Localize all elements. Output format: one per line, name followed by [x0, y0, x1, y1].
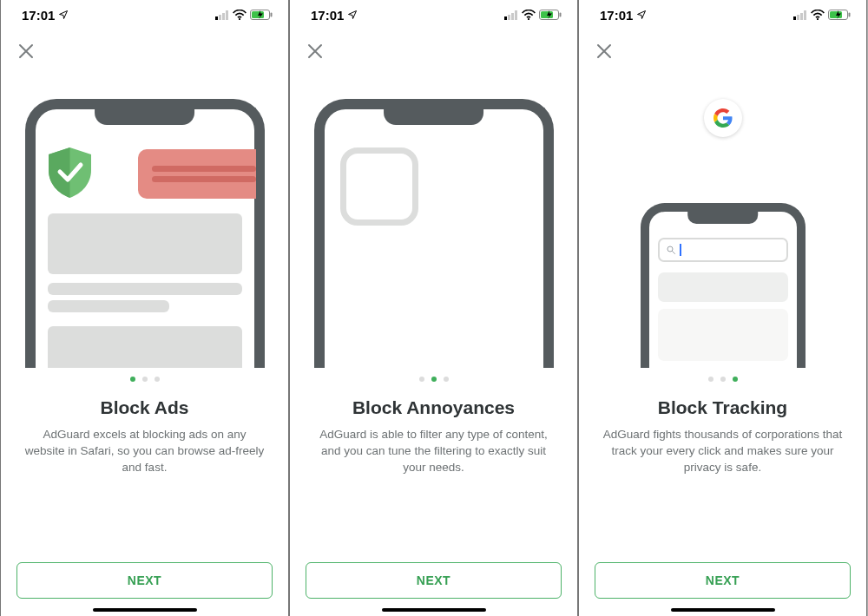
page-dot	[444, 377, 449, 382]
page-dot	[419, 377, 424, 382]
svg-rect-2	[222, 13, 225, 20]
next-button-label: NEXT	[706, 573, 740, 587]
page-indicator	[1, 377, 288, 382]
svg-rect-18	[800, 13, 803, 20]
next-button-label: NEXT	[128, 573, 161, 587]
page-dot	[142, 377, 148, 382]
search-field-icon	[658, 238, 788, 262]
wifi-icon	[233, 8, 247, 23]
svg-rect-14	[541, 11, 553, 18]
page-dot	[720, 377, 726, 382]
svg-rect-22	[830, 11, 842, 18]
illustration-block-tracking	[579, 29, 866, 368]
page-dot	[708, 377, 713, 382]
battery-icon	[828, 8, 851, 23]
svg-rect-8	[504, 16, 507, 20]
svg-rect-19	[804, 10, 806, 20]
status-bar: 17:01	[579, 0, 866, 29]
svg-rect-23	[849, 12, 851, 16]
shield-check-icon	[46, 146, 94, 203]
wifi-icon	[811, 8, 825, 23]
svg-point-24	[667, 246, 673, 252]
onboarding-title: Block Ads	[18, 397, 271, 418]
battery-icon	[250, 8, 273, 23]
status-time: 17:01	[22, 8, 55, 23]
status-bar: 17:01	[290, 0, 577, 29]
page-indicator	[579, 377, 866, 382]
next-button[interactable]: NEXT	[16, 562, 273, 599]
onboarding-description: AdGuard is able to filter any type of co…	[311, 427, 556, 476]
cellular-icon	[215, 8, 229, 23]
page-dot	[733, 377, 738, 382]
next-button-label: NEXT	[417, 573, 450, 587]
svg-rect-1	[219, 15, 221, 20]
ad-banner-icon	[138, 149, 256, 199]
page-dot	[130, 377, 135, 382]
battery-icon	[539, 8, 562, 23]
location-icon	[636, 8, 647, 23]
next-button[interactable]: NEXT	[306, 562, 562, 599]
page-dot	[431, 377, 437, 382]
status-bar: 17:01	[1, 0, 288, 29]
svg-rect-6	[252, 11, 264, 18]
magnifier-icon	[666, 245, 676, 255]
svg-rect-9	[508, 15, 510, 20]
onboarding-description: AdGuard fights thousands of corporations…	[600, 427, 845, 476]
onboarding-screen-2: 17:01 Block Annoyances	[289, 0, 578, 616]
home-indicator[interactable]	[671, 608, 775, 612]
page-dot	[155, 377, 160, 382]
onboarding-screen-3: 17:01	[578, 0, 867, 616]
google-logo-icon	[704, 99, 742, 137]
svg-rect-16	[793, 16, 796, 20]
home-indicator[interactable]	[93, 608, 197, 612]
svg-rect-0	[215, 16, 218, 20]
svg-rect-3	[226, 10, 228, 20]
onboarding-title: Block Annoyances	[307, 397, 560, 418]
svg-point-4	[239, 17, 240, 19]
svg-line-25	[672, 252, 674, 254]
location-icon	[347, 8, 358, 23]
page-indicator	[290, 377, 577, 382]
status-time: 17:01	[311, 8, 344, 23]
onboarding-screen-1: 17:01	[0, 0, 289, 616]
svg-point-20	[817, 17, 819, 19]
cellular-icon	[504, 8, 518, 23]
svg-rect-15	[560, 12, 562, 16]
svg-rect-7	[271, 12, 273, 16]
cellular-icon	[793, 8, 807, 23]
wifi-icon	[522, 8, 536, 23]
svg-rect-11	[515, 10, 517, 20]
home-indicator[interactable]	[382, 608, 486, 612]
svg-rect-10	[511, 13, 514, 20]
svg-rect-17	[797, 15, 799, 20]
status-time: 17:01	[600, 8, 633, 23]
onboarding-title: Block Tracking	[596, 397, 849, 418]
illustration-block-ads	[1, 29, 288, 368]
svg-point-12	[528, 17, 529, 19]
illustration-block-annoyances	[290, 29, 577, 368]
onboarding-description: AdGuard excels at blocking ads on any we…	[22, 427, 267, 476]
next-button[interactable]: NEXT	[595, 562, 851, 599]
popup-outline-icon	[340, 147, 418, 226]
location-icon	[58, 8, 69, 23]
